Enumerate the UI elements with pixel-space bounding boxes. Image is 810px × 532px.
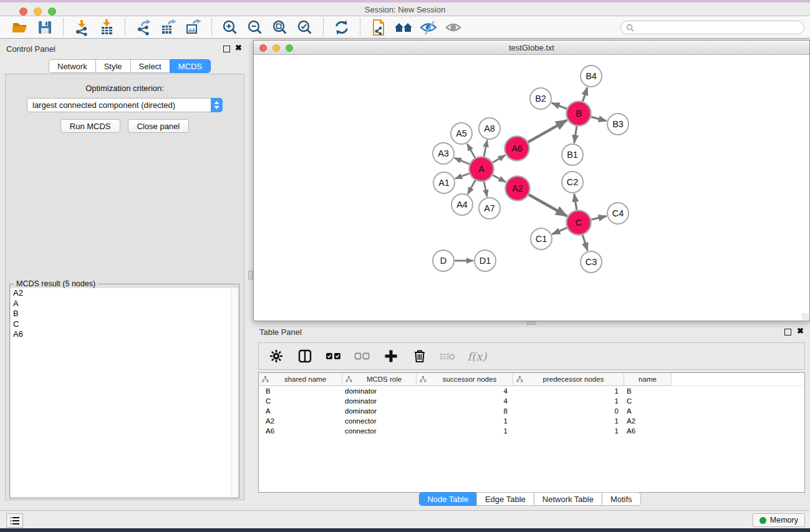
graph-node-A6[interactable]: A6 <box>505 137 529 161</box>
table-cell[interactable]: B <box>624 387 672 395</box>
graph-edge-A-A3[interactable] <box>455 158 470 164</box>
zoom-fit-icon[interactable] <box>269 18 291 37</box>
graph-edge-A-A6[interactable] <box>493 155 506 163</box>
graph-node-D1[interactable]: D1 <box>475 250 496 271</box>
network-from-selection-icon[interactable] <box>368 18 389 37</box>
graph-edge-A-A4[interactable] <box>468 180 475 194</box>
graph-node-C3[interactable]: C3 <box>581 251 602 273</box>
window-resize-handle[interactable] <box>802 313 809 320</box>
graph-edge-C-C2[interactable] <box>574 194 577 210</box>
function-builder-icon[interactable]: f(x) <box>468 347 486 365</box>
zoom-out-icon[interactable] <box>244 18 266 37</box>
column-header-predecessor-nodes[interactable]: predecessor nodes <box>513 373 624 386</box>
tab-network-table[interactable]: Network Table <box>534 492 602 506</box>
mcds-result-list[interactable]: A2ABCA6 <box>11 288 238 497</box>
graph-node-A5[interactable]: A5 <box>451 123 472 144</box>
scrollbar[interactable] <box>231 288 238 497</box>
graph-node-A2[interactable]: A2 <box>506 177 530 201</box>
graph-edge-A-A5[interactable] <box>467 144 475 158</box>
select-all-icon[interactable] <box>325 347 342 365</box>
network-window-titlebar[interactable]: testGlobe.txt <box>254 41 809 55</box>
home-icon[interactable] <box>393 18 414 37</box>
table-cell[interactable]: A <box>259 407 342 415</box>
tab-motifs[interactable]: Motifs <box>602 492 641 506</box>
tab-network[interactable]: Network <box>49 59 96 73</box>
gear-icon[interactable] <box>268 347 285 365</box>
memory-button[interactable]: Memory <box>753 513 805 527</box>
table-cell[interactable]: connector <box>342 417 417 425</box>
table-cell[interactable]: A2 <box>624 417 672 425</box>
open-session-icon[interactable] <box>9 18 31 37</box>
table-cell[interactable]: 0 <box>513 407 624 415</box>
graph-edge-C-C4[interactable] <box>591 216 607 220</box>
export-table-icon[interactable] <box>158 18 179 37</box>
table-row[interactable]: Adominator80A <box>259 406 804 416</box>
column-header-name[interactable]: name <box>624 373 672 386</box>
table-cell[interactable]: 1 <box>417 427 513 435</box>
table-cell[interactable]: A6 <box>624 427 672 435</box>
table-cell[interactable]: dominator <box>342 407 417 415</box>
save-session-icon[interactable] <box>34 18 55 37</box>
graph-edge-A-A1[interactable] <box>455 173 470 178</box>
graph-edge-B-B2[interactable] <box>552 103 567 109</box>
deselect-all-icon[interactable] <box>354 347 371 365</box>
table-cell[interactable]: 4 <box>417 397 513 405</box>
refresh-icon[interactable] <box>331 18 352 37</box>
graph-node-C1[interactable]: C1 <box>531 228 552 249</box>
columns-icon[interactable] <box>296 347 314 365</box>
network-graph[interactable]: B4B2BB3A5A8A6A3B1AA1C2A2A4A7C4CC1C3DD1 <box>254 56 809 320</box>
table-row[interactable]: A6connector11A6 <box>259 426 804 436</box>
zoom-in-icon[interactable] <box>219 18 241 37</box>
table-cell[interactable]: A6 <box>259 427 342 435</box>
float-panel-icon[interactable] <box>784 329 791 336</box>
close-panel-button[interactable]: Close panel <box>128 119 190 133</box>
graph-node-B[interactable]: B <box>567 102 591 126</box>
table-row[interactable]: Bdominator41B <box>259 386 804 396</box>
vertical-splitter-handle[interactable] <box>248 271 253 279</box>
graph-node-D[interactable]: D <box>433 250 454 271</box>
table-cell[interactable]: 1 <box>513 397 624 405</box>
table-cell[interactable]: 8 <box>417 407 513 415</box>
float-panel-icon[interactable] <box>223 46 230 52</box>
table-cell[interactable]: dominator <box>342 397 417 405</box>
result-item[interactable]: B <box>11 309 238 319</box>
table-cell[interactable]: 1 <box>513 387 624 395</box>
graph-node-B1[interactable]: B1 <box>562 144 583 165</box>
column-header-MCDS-role[interactable]: MCDS role <box>342 373 417 386</box>
column-header-shared-name[interactable]: shared name <box>259 373 342 386</box>
result-item[interactable]: A <box>11 299 238 309</box>
result-item[interactable]: A2 <box>11 288 238 299</box>
import-network-icon[interactable] <box>71 18 92 37</box>
graph-edge-A-A7[interactable] <box>484 181 487 196</box>
table-cell[interactable]: 1 <box>417 417 513 425</box>
run-mcds-button[interactable]: Run MCDS <box>60 119 120 133</box>
result-item[interactable]: C <box>11 319 238 330</box>
network-canvas[interactable]: B4B2BB3A5A8A6A3B1AA1C2A2A4A7C4CC1C3DD1 <box>254 56 809 320</box>
criterion-select[interactable]: largest connected component (directed) <box>27 98 223 112</box>
graph-edge-B-B3[interactable] <box>591 117 607 121</box>
import-table-icon[interactable] <box>96 18 117 37</box>
graph-node-C2[interactable]: C2 <box>562 172 583 193</box>
graph-node-B3[interactable]: B3 <box>607 114 629 135</box>
table-cell[interactable]: dominator <box>342 387 417 395</box>
tab-style[interactable]: Style <box>95 59 131 73</box>
table-cell[interactable]: C <box>259 397 342 405</box>
graph-edge-C-C1[interactable] <box>552 228 567 234</box>
column-header-successor-nodes[interactable]: successor nodes <box>417 373 513 386</box>
table-row[interactable]: A2connector11A2 <box>259 416 804 426</box>
graph-edge-A6-B[interactable] <box>528 120 567 142</box>
tab-edge-table[interactable]: Edge Table <box>476 492 534 506</box>
search-field[interactable] <box>620 21 804 34</box>
table-row[interactable]: Cdominator41C <box>259 396 804 406</box>
table-cell[interactable]: A <box>624 407 672 415</box>
graph-edge-A-A2[interactable] <box>493 175 506 182</box>
table-cell[interactable]: B <box>259 387 342 395</box>
table-cell[interactable]: 1 <box>513 427 624 435</box>
tab-select[interactable]: Select <box>130 59 170 73</box>
graph-node-A7[interactable]: A7 <box>479 198 500 219</box>
table-cell[interactable]: A2 <box>259 417 342 425</box>
add-column-icon[interactable] <box>382 347 400 365</box>
result-item[interactable]: A6 <box>11 329 238 340</box>
table-cell[interactable]: 4 <box>417 387 513 395</box>
graph-edge-C-C3[interactable] <box>582 235 587 251</box>
